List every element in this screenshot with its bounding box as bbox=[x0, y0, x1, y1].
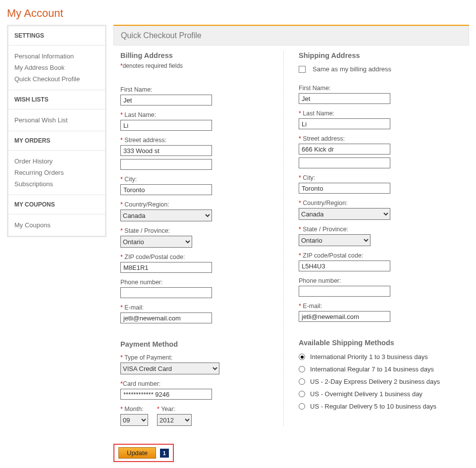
main-panel: Quick Checkout Profile Billing Address *… bbox=[113, 25, 469, 462]
payment-card-input[interactable] bbox=[120, 389, 212, 400]
shipmethod-radio-4[interactable] bbox=[299, 403, 305, 410]
billing-street2-input[interactable] bbox=[120, 159, 212, 170]
shipping-zip-label: * ZIP code/Postal code: bbox=[299, 252, 462, 259]
billing-last-label: * Last Name: bbox=[120, 111, 283, 118]
shipping-state-label: * State / Province: bbox=[299, 226, 462, 233]
shipping-street2-input[interactable] bbox=[299, 157, 390, 168]
shipping-country-select[interactable]: Canada bbox=[299, 208, 390, 220]
shipmethod-label-3: US - Overnight Delivery 1 business day bbox=[310, 390, 423, 398]
sidebar: SETTINGS Personal Information My Address… bbox=[7, 25, 106, 237]
sidebar-item-quick-checkout[interactable]: Quick Checkout Profile bbox=[14, 73, 99, 85]
billing-first-input[interactable] bbox=[120, 95, 212, 105]
payment-month-label: * Month: bbox=[120, 406, 148, 413]
shipmethod-label-4: US - Regular Delivery 5 to 10 business d… bbox=[310, 403, 436, 410]
payment-heading: Payment Method bbox=[120, 340, 283, 348]
sidebar-header-wishlists: WISH LISTS bbox=[8, 90, 105, 109]
shipping-last-label: * Last Name: bbox=[299, 110, 462, 117]
billing-phone-input[interactable] bbox=[120, 287, 212, 298]
shipmethod-label-1: International Regular 7 to 14 business d… bbox=[310, 365, 434, 373]
billing-email-input[interactable] bbox=[120, 312, 212, 323]
billing-street-label: * Street address: bbox=[120, 137, 283, 144]
payment-year-label: * Year: bbox=[157, 406, 192, 413]
billing-column: Billing Address *denotes required fields… bbox=[120, 52, 284, 426]
shipping-city-input[interactable] bbox=[299, 183, 390, 194]
sidebar-header-orders: MY ORDERS bbox=[8, 131, 105, 151]
billing-country-select[interactable]: Canada bbox=[120, 209, 212, 221]
billing-first-label: First Name: bbox=[120, 86, 283, 93]
shipmethod-label-0: International Priority 1 to 3 business d… bbox=[310, 353, 428, 361]
shipmethod-radio-2[interactable] bbox=[299, 378, 305, 385]
shipmethod-radio-1[interactable] bbox=[299, 366, 305, 372]
sidebar-item-subscriptions[interactable]: Subscriptions bbox=[14, 178, 99, 190]
billing-state-label: * State / Province: bbox=[120, 227, 283, 234]
sidebar-item-coupons[interactable]: My Coupons bbox=[14, 219, 99, 231]
billing-zip-input[interactable] bbox=[120, 262, 212, 273]
shipping-column: Shipping Address Same as my billing addr… bbox=[299, 52, 462, 426]
sidebar-item-order-history[interactable]: Order History bbox=[14, 156, 99, 167]
shipping-email-input[interactable] bbox=[299, 311, 390, 322]
sidebar-item-personal-info[interactable]: Personal Information bbox=[14, 51, 99, 62]
billing-last-input[interactable] bbox=[120, 120, 212, 131]
required-note: *denotes required fields bbox=[120, 62, 283, 69]
payment-type-select[interactable]: VISA Credit Card bbox=[120, 363, 219, 374]
shipping-street1-input[interactable] bbox=[299, 144, 390, 155]
billing-heading: Billing Address bbox=[120, 52, 283, 59]
sidebar-header-settings: SETTINGS bbox=[8, 26, 105, 46]
sidebar-item-address-book[interactable]: My Address Book bbox=[14, 62, 99, 73]
panel-header: Quick Checkout Profile bbox=[113, 26, 469, 46]
billing-street1-input[interactable] bbox=[120, 145, 212, 156]
billing-city-input[interactable] bbox=[120, 184, 212, 195]
billing-country-label: * Country/Region: bbox=[120, 201, 283, 208]
shipping-street-label: * Street address: bbox=[299, 135, 462, 142]
update-highlight: Update 1 bbox=[113, 444, 174, 462]
sidebar-item-wishlist[interactable]: Personal Wish List bbox=[14, 114, 99, 126]
payment-month-select[interactable]: 09 bbox=[120, 414, 148, 426]
same-as-billing-label: Same as my billing address bbox=[313, 65, 391, 73]
billing-phone-label: Phone number: bbox=[120, 279, 283, 286]
shipping-email-label: * E-mail: bbox=[299, 303, 462, 310]
shipping-heading: Shipping Address bbox=[299, 52, 462, 59]
billing-state-select[interactable]: Ontario bbox=[120, 236, 192, 248]
shipping-state-select[interactable]: Ontario bbox=[299, 234, 370, 246]
shipmethod-radio-0[interactable] bbox=[299, 354, 305, 360]
shipping-first-input[interactable] bbox=[299, 93, 390, 104]
shipping-phone-label: Phone number: bbox=[299, 277, 462, 284]
payment-card-label: *Card number: bbox=[120, 380, 283, 387]
same-as-billing-checkbox[interactable] bbox=[299, 66, 306, 73]
shipmethod-radio-3[interactable] bbox=[299, 391, 305, 397]
billing-email-label: * E-mail: bbox=[120, 304, 283, 311]
shipmethods-heading: Available Shipping Methods bbox=[299, 339, 462, 347]
payment-year-select[interactable]: 2012 bbox=[157, 414, 192, 426]
step-badge: 1 bbox=[160, 449, 169, 458]
billing-city-label: * City: bbox=[120, 176, 283, 183]
shipping-city-label: * City: bbox=[299, 174, 462, 181]
payment-type-label: * Type of Payment: bbox=[120, 354, 283, 361]
sidebar-item-recurring[interactable]: Recurring Orders bbox=[14, 167, 99, 178]
shipping-country-label: * Country/Region: bbox=[299, 200, 462, 207]
page-title: My Account bbox=[7, 7, 469, 20]
shipping-phone-input[interactable] bbox=[299, 286, 390, 297]
shipmethod-label-2: US - 2-Day Express Delivery 2 business d… bbox=[310, 378, 440, 385]
shipping-first-label: First Name: bbox=[299, 85, 462, 92]
shipping-zip-input[interactable] bbox=[299, 260, 390, 271]
shipping-last-input[interactable] bbox=[299, 118, 390, 129]
sidebar-header-coupons: MY COUPONS bbox=[8, 195, 105, 214]
update-button[interactable]: Update bbox=[118, 447, 156, 459]
billing-zip-label: * ZIP code/Postal code: bbox=[120, 254, 283, 260]
